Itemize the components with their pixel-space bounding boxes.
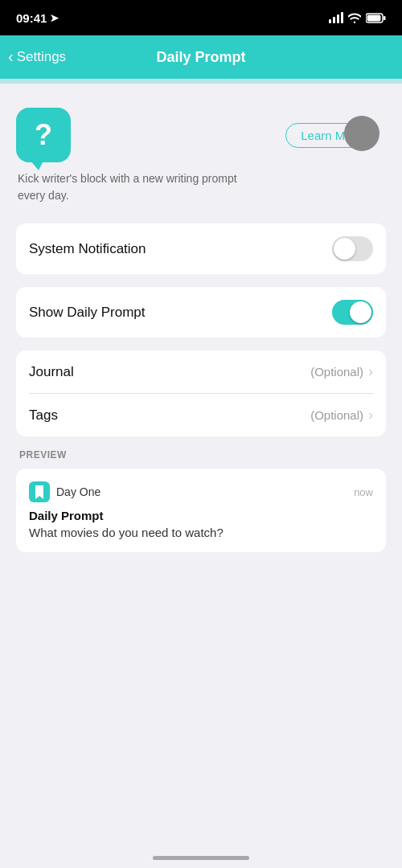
journal-label: Journal bbox=[29, 364, 74, 380]
home-indicator bbox=[153, 856, 249, 860]
preview-notification-text: What movies do you need to watch? bbox=[29, 526, 373, 539]
decorative-circle bbox=[344, 116, 379, 151]
tags-value-area: (Optional) › bbox=[310, 407, 373, 424]
nav-bar: ‹ Settings Daily Prompt bbox=[0, 35, 402, 79]
day-one-app-icon bbox=[29, 481, 50, 502]
tags-chevron-icon: › bbox=[368, 407, 373, 424]
preview-app-info: Day One bbox=[29, 481, 100, 502]
back-chevron-icon: ‹ bbox=[8, 47, 14, 66]
show-daily-prompt-card: Show Daily Prompt bbox=[16, 287, 386, 338]
back-label: Settings bbox=[17, 49, 66, 65]
status-bar: 09:41 ➤ bbox=[0, 0, 402, 35]
tags-label: Tags bbox=[29, 407, 58, 424]
question-mark: ? bbox=[35, 118, 52, 152]
preview-header: Day One now bbox=[29, 481, 373, 502]
toggle-thumb bbox=[334, 238, 355, 260]
show-daily-prompt-label: Show Daily Prompt bbox=[29, 305, 146, 321]
signal-icon bbox=[329, 12, 343, 23]
show-daily-prompt-toggle[interactable] bbox=[332, 300, 373, 325]
page-title: Daily Prompt bbox=[156, 49, 245, 66]
svg-rect-2 bbox=[367, 14, 381, 21]
back-button[interactable]: ‹ Settings bbox=[8, 48, 66, 66]
tags-row[interactable]: Tags (Optional) › bbox=[29, 394, 373, 436]
location-icon: ➤ bbox=[50, 12, 59, 24]
battery-icon bbox=[366, 13, 386, 23]
status-icons bbox=[329, 12, 386, 23]
preview-section-label: PREVIEW bbox=[16, 449, 386, 461]
svg-rect-1 bbox=[384, 16, 386, 20]
status-time: 09:41 ➤ bbox=[16, 11, 59, 25]
journal-chevron-icon: › bbox=[368, 363, 373, 380]
system-notification-toggle[interactable] bbox=[332, 236, 373, 261]
preview-notification-title: Daily Prompt bbox=[29, 509, 373, 522]
main-content: ? Learn More Kick writer's block with a … bbox=[0, 84, 402, 552]
journal-value-area: (Optional) › bbox=[310, 363, 373, 380]
show-daily-prompt-row: Show Daily Prompt bbox=[29, 287, 373, 338]
daily-prompt-icon: ? bbox=[16, 108, 71, 162]
journal-row[interactable]: Journal (Optional) › bbox=[29, 350, 373, 394]
wifi-icon bbox=[348, 13, 361, 23]
system-notification-label: System Notification bbox=[29, 241, 146, 257]
time-display: 09:41 bbox=[16, 11, 47, 25]
tags-value: (Optional) bbox=[310, 408, 363, 422]
toggle-thumb bbox=[350, 301, 371, 323]
accent-bar bbox=[0, 79, 402, 84]
preview-card: Day One now Daily Prompt What movies do … bbox=[16, 469, 386, 552]
hero-description: Kick writer's block with a new writing p… bbox=[16, 170, 257, 204]
preview-app-name: Day One bbox=[56, 485, 100, 498]
preview-time: now bbox=[354, 486, 373, 498]
journal-value: (Optional) bbox=[310, 365, 363, 379]
journal-tags-card: Journal (Optional) › Tags (Optional) › bbox=[16, 350, 386, 436]
system-notification-card: System Notification bbox=[16, 223, 386, 274]
hero-section: ? Learn More bbox=[16, 108, 386, 162]
system-notification-row: System Notification bbox=[29, 223, 373, 274]
